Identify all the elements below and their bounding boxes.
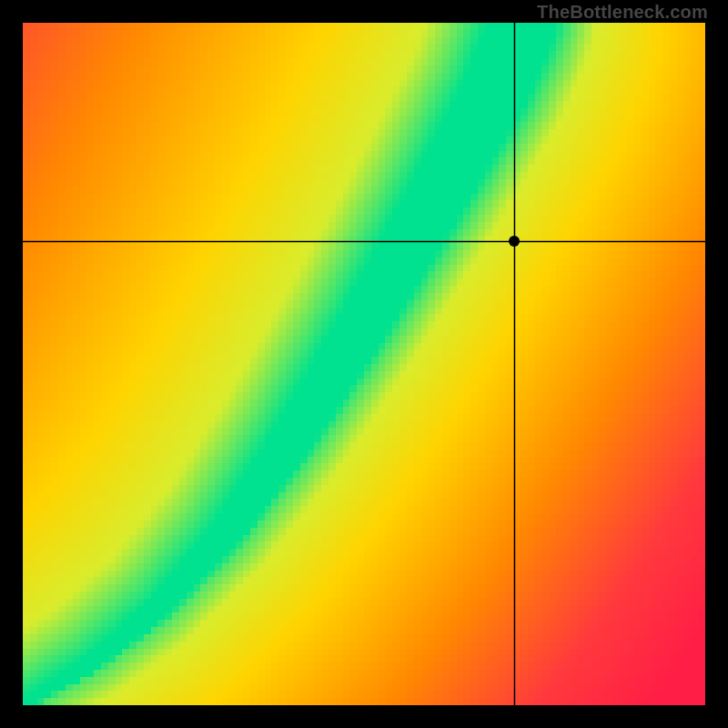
heatmap-canvas <box>23 23 705 705</box>
watermark-text: TheBottleneck.com <box>537 2 708 23</box>
chart-frame: TheBottleneck.com <box>0 0 728 728</box>
heatmap-plot <box>23 23 705 705</box>
